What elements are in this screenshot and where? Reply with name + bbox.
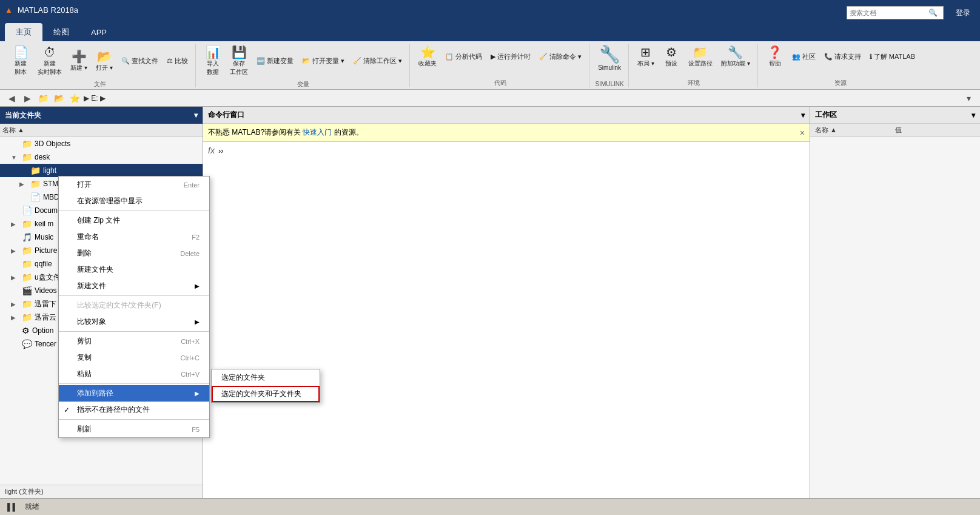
file-panel-title: 当前文件夹 xyxy=(5,110,41,121)
layout-button[interactable]: ⊞ 布局 ▾ xyxy=(634,44,658,70)
login-button[interactable]: 登录 xyxy=(951,6,975,19)
file-panel-menu-icon[interactable]: ▾ xyxy=(194,111,198,119)
folder-icon: 📁 xyxy=(30,179,41,189)
save-icon: 💾 xyxy=(232,46,247,58)
ctx-paste[interactable]: 粘贴 Ctrl+V xyxy=(59,366,209,382)
ctx-indicate-label: 指示不在路径中的文件 xyxy=(77,405,150,415)
ctx-separator1 xyxy=(59,210,209,211)
favorites-button[interactable]: ⭐ 收藏夹 xyxy=(415,44,440,70)
open-button[interactable]: 📂 打开 ▾ xyxy=(92,48,116,75)
request-support-button[interactable]: 📞 请求支持 xyxy=(821,50,865,63)
file-status-text: light (文件夹) xyxy=(5,487,44,496)
toolbar-group-file: 📄 新建脚本 ⏱ 新建实时脚本 ➕ 新建 ▾ 📂 打开 ▾ 🔍 查找文件 ⚖ xyxy=(5,44,196,87)
ctx-separator3 xyxy=(59,331,209,332)
expand-icon: ▶ xyxy=(11,301,19,308)
title-bar: ▲ MATLAB R2018a ─ □ ✕ xyxy=(0,0,980,19)
run-time-button[interactable]: ▶ 运行并计时 xyxy=(487,50,534,63)
file-item-3dobjects[interactable]: 📁 3D Objects xyxy=(0,137,203,150)
file-name: Tencer xyxy=(35,340,56,348)
file-name: 迅雷云 xyxy=(35,312,56,323)
ctx-delete[interactable]: 删除 Delete xyxy=(59,245,209,261)
layout-icon: ⊞ xyxy=(640,46,651,58)
path-star-button[interactable]: ⭐ xyxy=(68,92,81,105)
back-button[interactable]: ◀ xyxy=(5,92,18,105)
submenu-folder-label: 选定的文件夹 xyxy=(221,373,265,382)
new-live-script-button[interactable]: ⏱ 新建实时脚本 xyxy=(34,44,65,79)
browse-button[interactable]: 📂 xyxy=(52,92,65,105)
new-button[interactable]: ➕ 新建 ▾ xyxy=(67,48,91,75)
ctx-new-file[interactable]: 新建文件 ▶ xyxy=(59,278,209,294)
new-script-icon: 📄 xyxy=(13,46,29,58)
open-var-button[interactable]: 📂 打开变量 ▾ xyxy=(298,55,348,67)
cmd-input[interactable] xyxy=(227,146,805,155)
compare-button[interactable]: ⚖ 比较 xyxy=(163,55,192,67)
toolbar: 📄 新建脚本 ⏱ 新建实时脚本 ➕ 新建 ▾ 📂 打开 ▾ 🔍 查找文件 ⚖ xyxy=(0,41,980,90)
file-status-bar: light (文件夹) xyxy=(0,485,203,498)
addons-button[interactable]: 🔧 附加功能 ▾ xyxy=(717,44,754,70)
close-notice-button[interactable]: × xyxy=(800,128,805,138)
new-script-button[interactable]: 📄 新建脚本 xyxy=(8,44,33,79)
file-name: 迅雷下 xyxy=(35,299,56,309)
workspace-header: 工作区 ▾ xyxy=(810,107,980,124)
workspace-menu-icon[interactable]: ▾ xyxy=(972,111,975,119)
ws-value-col: 值 xyxy=(895,126,975,135)
ctx-copy[interactable]: 复制 Ctrl+C xyxy=(59,349,209,366)
set-path-button[interactable]: 📁 设置路径 xyxy=(685,44,716,70)
new-var-button[interactable]: 🆕 新建变量 xyxy=(253,55,297,67)
ctx-compare-obj[interactable]: 比较对象 ▶ xyxy=(59,314,209,330)
tab-app[interactable]: APP xyxy=(80,23,118,41)
folder-icon: 📁 xyxy=(30,166,41,175)
help-button[interactable]: ❓ 帮助 xyxy=(763,44,787,70)
compare-icon: ⚖ xyxy=(167,57,173,65)
ctx-create-zip[interactable]: 创建 Zip 文件 xyxy=(59,212,209,229)
up-button[interactable]: 📁 xyxy=(36,92,50,105)
learn-matlab-button[interactable]: ℹ 了解 MATLAB xyxy=(866,50,919,63)
quickstart-link[interactable]: 快速入门 xyxy=(303,128,332,136)
submenu-selected-with-subfolders[interactable]: 选定的文件夹和子文件夹 xyxy=(212,386,320,402)
ctx-cut[interactable]: 剪切 Ctrl+X xyxy=(59,333,209,349)
simulink-button[interactable]: 🔧 Simulink xyxy=(594,44,625,73)
path-dropdown-button[interactable]: ▾ xyxy=(962,92,975,105)
ctx-add-to-path[interactable]: 添加到路径 ▶ xyxy=(59,385,209,402)
status-indicator: ▐▐ xyxy=(5,503,15,511)
ctx-indicate-not-on-path[interactable]: ✓ 指示不在路径中的文件 xyxy=(59,402,209,418)
ctx-separator4 xyxy=(59,383,209,384)
file-item-desk[interactable]: ▼ 📁 desk xyxy=(0,150,203,164)
import-data-button[interactable]: 📊 导入数据 xyxy=(201,44,225,79)
search-input[interactable] xyxy=(850,9,928,16)
ctx-rename-label: 重命名 xyxy=(77,232,99,242)
preferences-button[interactable]: ⚙ 预设 xyxy=(659,44,683,70)
ctx-open[interactable]: 打开 Enter xyxy=(59,177,209,193)
toolbar-group-resources: ❓ 帮助 👥 社区 📞 请求支持 ℹ 了解 MATLAB 资源 xyxy=(759,44,922,87)
toolbar-code-items: ⭐ 收藏夹 📋 分析代码 ▶ 运行并计时 🧹 清除命令 ▾ xyxy=(415,44,585,70)
file-item-light[interactable]: 📁 light xyxy=(0,164,203,177)
clear-cmd-button[interactable]: 🧹 清除命令 ▾ xyxy=(535,50,585,63)
tab-plot[interactable]: 绘图 xyxy=(42,23,80,41)
ctx-rename[interactable]: 重命名 F2 xyxy=(59,229,209,245)
community-button[interactable]: 👥 社区 xyxy=(788,50,819,63)
file-name: Picture xyxy=(35,246,57,255)
save-workspace-button[interactable]: 💾 保存工作区 xyxy=(226,44,252,79)
analyze-code-button[interactable]: 📋 分析代码 xyxy=(441,50,486,63)
tab-home[interactable]: 主页 xyxy=(5,23,42,41)
clear-cmd-icon: 🧹 xyxy=(539,53,548,61)
ctx-refresh[interactable]: 刷新 F5 xyxy=(59,421,209,437)
forward-button[interactable]: ▶ xyxy=(21,92,34,105)
toolbar-simulink-label: SIMULINK xyxy=(595,81,623,87)
submenu-selected-folder[interactable]: 选定的文件夹 xyxy=(212,369,320,386)
find-file-button[interactable]: 🔍 查找文件 xyxy=(118,55,162,67)
file-icon: 📄 xyxy=(30,192,41,202)
ctx-new-file-label: 新建文件 xyxy=(77,281,106,291)
file-panel-columns: 名称 ▲ xyxy=(0,124,203,137)
ribbon-search-box[interactable]: 🔍 xyxy=(847,6,944,19)
ctx-show-explorer[interactable]: 在资源管理器中显示 xyxy=(59,193,209,209)
file-panel-header: 当前文件夹 ▾ xyxy=(0,107,203,124)
ctx-new-folder[interactable]: 新建文件夹 xyxy=(59,261,209,278)
ctx-paste-shortcut: Ctrl+V xyxy=(181,371,200,378)
clear-workspace-button[interactable]: 🧹 清除工作区 ▾ xyxy=(349,55,406,67)
folder-icon: 📁 xyxy=(22,259,32,269)
cmd-panel-menu-icon[interactable]: ▾ xyxy=(801,111,805,119)
file-name: qqfile xyxy=(35,260,52,268)
context-menu: 打开 Enter 在资源管理器中显示 创建 Zip 文件 重命名 F2 删除 D… xyxy=(58,176,210,438)
new-var-icon: 🆕 xyxy=(257,57,265,65)
